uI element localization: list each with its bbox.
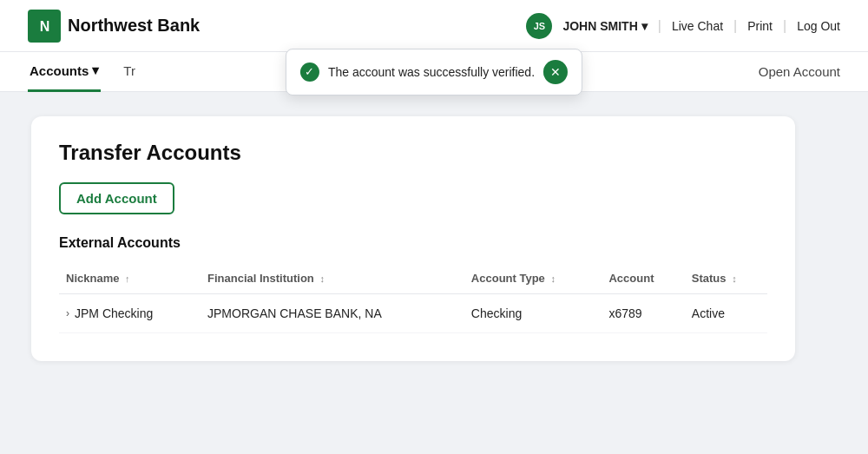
cell-institution: JPMORGAN CHASE BANK, NA bbox=[201, 294, 464, 333]
col-account-type: Account Type ↕ bbox=[464, 263, 602, 294]
logout-link[interactable]: Log Out bbox=[797, 19, 840, 33]
cell-nickname: › JPM Checking bbox=[59, 294, 201, 333]
main-content: Transfer Accounts Add Account External A… bbox=[0, 92, 868, 385]
table-header-row: Nickname ↑ Financial Institution ↕ Accou… bbox=[59, 263, 767, 294]
col-nickname: Nickname ↑ bbox=[59, 263, 201, 294]
accounts-table: Nickname ↑ Financial Institution ↕ Accou… bbox=[59, 263, 767, 333]
expand-row-icon[interactable]: › bbox=[66, 307, 69, 319]
toast-close-button[interactable]: ✕ bbox=[543, 60, 568, 84]
print-link[interactable]: Print bbox=[747, 19, 773, 33]
header: N Northwest Bank JS JOHN SMITH ▾ | Live … bbox=[0, 0, 868, 52]
main-nav: Accounts ▾ Tr ✓ The account was successf… bbox=[0, 52, 868, 92]
nav-item-accounts[interactable]: Accounts ▾ bbox=[28, 52, 101, 92]
page-title: Transfer Accounts bbox=[59, 141, 767, 165]
sort-account-type-icon[interactable]: ↕ bbox=[550, 273, 556, 284]
cell-account-type: Checking bbox=[464, 294, 602, 333]
header-right: JS JOHN SMITH ▾ | Live Chat | Print | Lo… bbox=[526, 13, 840, 39]
user-name-label[interactable]: JOHN SMITH ▾ bbox=[562, 19, 647, 33]
add-account-button[interactable]: Add Account bbox=[59, 182, 174, 214]
svg-text:N: N bbox=[40, 19, 49, 34]
col-account: Account bbox=[602, 263, 684, 294]
external-accounts-heading: External Accounts bbox=[59, 235, 767, 251]
nav-item-transfers[interactable]: Tr bbox=[122, 52, 137, 92]
toast-container: ✓ The account was successfully verified.… bbox=[286, 49, 582, 95]
sort-institution-icon[interactable]: ↕ bbox=[319, 273, 325, 284]
table-row: › JPM Checking JPMORGAN CHASE BANK, NA C… bbox=[59, 294, 767, 333]
col-status: Status ↕ bbox=[685, 263, 767, 294]
bank-logo-icon: N bbox=[28, 10, 61, 43]
success-toast: ✓ The account was successfully verified.… bbox=[286, 49, 582, 95]
cell-account: x6789 bbox=[602, 294, 684, 333]
toast-message: The account was successfully verified. bbox=[328, 65, 535, 79]
logo-area: N Northwest Bank bbox=[28, 10, 200, 43]
sort-status-icon[interactable]: ↕ bbox=[732, 273, 737, 284]
divider-3: | bbox=[783, 18, 786, 34]
divider-1: | bbox=[658, 18, 661, 34]
user-avatar: JS bbox=[526, 13, 552, 39]
divider-2: | bbox=[733, 18, 737, 34]
chevron-down-icon: ▾ bbox=[92, 63, 99, 78]
cell-status: Active bbox=[685, 294, 767, 333]
transfer-accounts-card: Transfer Accounts Add Account External A… bbox=[31, 116, 795, 361]
table-body: › JPM Checking JPMORGAN CHASE BANK, NA C… bbox=[59, 294, 767, 333]
nav-item-open-account[interactable]: Open Account bbox=[759, 64, 840, 79]
toast-check-icon: ✓ bbox=[300, 63, 319, 82]
table-header: Nickname ↑ Financial Institution ↕ Accou… bbox=[59, 263, 767, 294]
sort-nickname-icon[interactable]: ↑ bbox=[125, 273, 130, 284]
bank-name: Northwest Bank bbox=[68, 16, 200, 36]
live-chat-link[interactable]: Live Chat bbox=[672, 19, 723, 33]
col-institution: Financial Institution ↕ bbox=[201, 263, 464, 294]
